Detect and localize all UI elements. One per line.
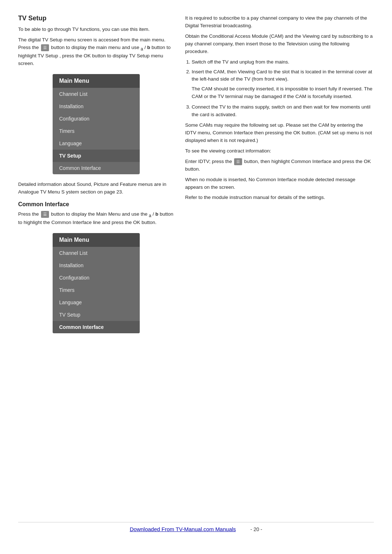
menu2-installation: Installation [53,259,140,272]
down-btn: b [147,45,150,50]
tv-setup-p1: To be able to go through TV functions, y… [18,26,174,33]
main-menu-1: Main Menu Channel List Installation Conf… [53,74,140,174]
tv-setup-p2: The digital TV Setup menu screen is acce… [18,36,174,68]
tv-setup-heading: TV Setup [18,15,174,22]
right-p1: It is required to subscribe to a pay cha… [185,15,374,30]
menu2-common-interface: Common Interface [53,321,140,333]
menu-button-icon-3: ☰ [234,158,242,165]
right-p5: To see the viewing contract information: [185,147,374,155]
menu1-tv-setup: TV Setup [53,150,140,162]
cam-note: The CAM should be correctly inserted, it… [192,85,374,101]
right-p7: When no module is inserted, No Common In… [185,176,374,191]
down-btn-2: b [155,211,158,217]
page-number: - 20 - [250,526,262,532]
tv-setup-p3: Detailed information about Sound, Pictur… [18,181,174,196]
menu1-configuration: Configuration [53,113,140,125]
menu1-channel-list: Channel List [53,88,140,100]
up-btn-2: a [149,213,151,218]
footer-link[interactable]: Downloaded From TV-Manual.com Manuals [130,526,236,532]
procedure-step-1: Switch off the TV and unplug from the ma… [192,58,374,66]
procedure-step-2: Insert the CAM, then Viewing Card to the… [192,68,374,101]
menu2-configuration: Configuration [53,272,140,284]
menu2-channel-list: Channel List [53,247,140,259]
right-p8: Refer to the module instruction manual f… [185,194,374,201]
menu1-timers: Timers [53,125,140,137]
common-interface-heading: Common Interface [18,201,174,208]
menu2-timers: Timers [53,284,140,296]
main-menu-1-title: Main Menu [53,74,140,88]
menu-button-icon-2: ☰ [41,211,49,218]
menu1-language: Language [53,137,140,150]
menu2-language: Language [53,296,140,309]
main-menu-2-title: Main Menu [53,233,140,247]
up-btn: a [140,46,143,52]
left-column: TV Setup To be able to go through TV fun… [18,15,174,511]
right-p4: Some CAMs may require the following set … [185,122,374,144]
menu-button-icon: ☰ [41,44,49,51]
procedure-list: Switch off the TV and unplug from the ma… [185,58,374,119]
right-column: It is required to subscribe to a pay cha… [185,15,374,511]
right-p2: Obtain the Conditional Access Module (CA… [185,33,374,56]
right-p6: Enter IDTV; press the ☰ button, then hig… [185,158,374,173]
menu1-installation: Installation [53,100,140,113]
menu1-common-interface: Common Interface [53,162,140,174]
procedure-step-3: Connect the TV to the mains supply, swit… [192,103,374,119]
main-menu-2: Main Menu Channel List Installation Conf… [53,233,140,333]
menu2-tv-setup: TV Setup [53,309,140,321]
common-interface-p1: Press the ☰ button to display the Main M… [18,211,174,227]
page-footer: Downloaded From TV-Manual.com Manuals - … [18,522,374,532]
